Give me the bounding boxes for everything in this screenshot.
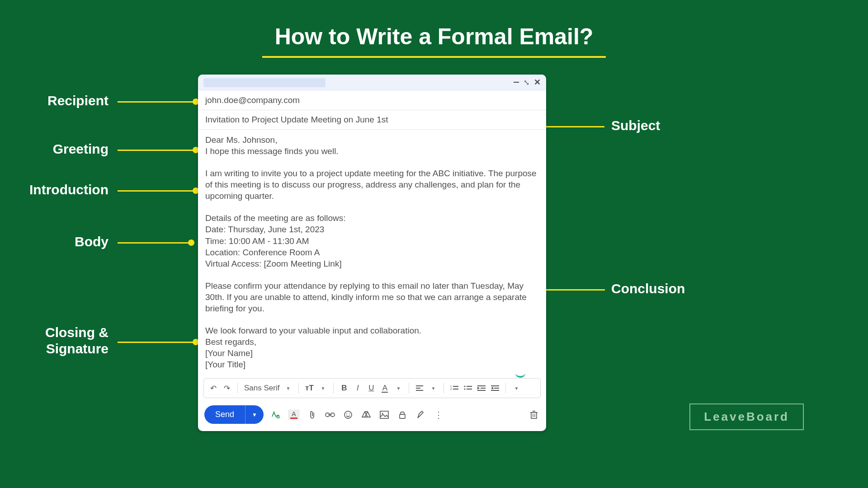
details-virtual: Virtual Access: [Zoom Meeting Link] — [205, 258, 539, 269]
conclusion-paragraph: Please confirm your attendance by replyi… — [205, 280, 539, 314]
leader-line — [118, 101, 193, 103]
label-signature: Signature — [0, 341, 108, 357]
spellcheck-icon[interactable] — [270, 409, 282, 421]
title-underline — [262, 56, 606, 58]
page-title: How to Write a Formal Email? — [0, 23, 868, 50]
svg-point-9 — [464, 389, 466, 390]
svg-text:2: 2 — [450, 388, 452, 390]
greeting-line2: I hope this message finds you well. — [205, 145, 539, 157]
font-family-caret-icon[interactable]: ▼ — [282, 382, 294, 394]
brand-logo: LeaveBoard — [689, 404, 804, 430]
indent-increase-icon[interactable] — [489, 382, 501, 394]
label-conclusion: Conclusion — [611, 281, 685, 296]
undo-icon[interactable]: ↶ — [208, 382, 219, 394]
compose-window: ⤡ ✕ john.doe@company.com Invitation to P… — [198, 75, 546, 431]
svg-marker-12 — [477, 387, 480, 389]
closing-line4: [Your Title] — [205, 359, 539, 370]
subject-field[interactable]: Invitation to Project Update Meeting on … — [198, 110, 546, 130]
label-greeting: Greeting — [0, 141, 108, 157]
header-selection — [203, 78, 326, 87]
leader-line — [118, 342, 193, 343]
image-icon[interactable] — [378, 409, 390, 421]
drive-icon[interactable] — [360, 409, 372, 421]
svg-rect-31 — [400, 414, 405, 418]
details-location: Location: Conference Room A — [205, 247, 539, 258]
font-family-select[interactable]: Sans Serif — [244, 384, 279, 393]
align-icon[interactable] — [414, 382, 425, 394]
bold-icon[interactable]: B — [338, 382, 350, 394]
details-date: Date: Thursday, June 1st, 2023 — [205, 224, 539, 235]
svg-point-23 — [344, 411, 352, 418]
email-body[interactable]: Dear Ms. Johnson, I hope this message fi… — [198, 130, 546, 378]
svg-point-7 — [464, 386, 466, 387]
leader-line — [118, 150, 193, 151]
close-icon[interactable]: ✕ — [534, 78, 541, 86]
label-body: Body — [0, 234, 108, 249]
italic-icon[interactable]: I — [352, 382, 363, 394]
recipient-field[interactable]: john.doe@company.com — [198, 91, 546, 110]
details-time: Time: 10:00 AM - 11:30 AM — [205, 235, 539, 247]
text-color-caret-icon[interactable]: ▼ — [392, 382, 404, 394]
leader-line — [542, 289, 605, 291]
label-closing: Closing & — [0, 325, 108, 340]
svg-marker-16 — [491, 387, 493, 389]
label-introduction: Introduction — [0, 182, 108, 197]
bullet-list-icon[interactable] — [462, 382, 474, 394]
send-group: Send ▼ — [204, 405, 264, 424]
more-formatting-caret-icon[interactable]: ▼ — [510, 382, 522, 394]
format-toolbar: ↶ ↷ Sans Serif ▼ тT ▼ B I U A ▼ ▼ 12 — [203, 378, 541, 398]
send-options-button[interactable]: ▼ — [245, 405, 264, 424]
signature-pen-icon[interactable] — [415, 409, 426, 421]
send-button[interactable]: Send — [204, 405, 245, 424]
align-caret-icon[interactable]: ▼ — [427, 382, 439, 394]
closing-line2: Best regards, — [205, 336, 539, 347]
leader-dot — [188, 239, 194, 246]
svg-rect-32 — [531, 413, 537, 418]
details-heading: Details of the meeting are as follows: — [205, 212, 539, 224]
font-size-caret-icon[interactable]: ▼ — [317, 382, 329, 394]
numbered-list-icon[interactable]: 12 — [448, 382, 460, 394]
link-icon[interactable] — [324, 409, 336, 421]
trash-icon[interactable] — [528, 409, 540, 421]
svg-point-25 — [349, 413, 350, 414]
text-color-icon[interactable]: A — [379, 382, 391, 394]
intro-paragraph: I am writing to invite you to a project … — [205, 168, 539, 202]
compose-header: ⤡ ✕ — [198, 75, 546, 91]
closing-line1: We look forward to your valuable input a… — [205, 325, 539, 336]
collapse-icon[interactable]: ⤡ — [524, 79, 529, 86]
closing-line3: [Your Name] — [205, 347, 539, 359]
underline-icon[interactable]: U — [365, 382, 377, 394]
label-subject: Subject — [611, 118, 660, 133]
leader-line — [118, 242, 189, 244]
greeting-line: Dear Ms. Johnson, — [205, 134, 539, 145]
redo-icon[interactable]: ↷ — [221, 382, 233, 394]
more-options-icon[interactable]: ⋮ — [433, 409, 444, 421]
text-color-button[interactable]: A — [288, 409, 300, 420]
label-recipient: Recipient — [0, 93, 108, 108]
indent-decrease-icon[interactable] — [476, 382, 487, 394]
svg-point-24 — [346, 413, 347, 414]
svg-rect-29 — [380, 411, 388, 418]
emoji-icon[interactable] — [342, 409, 354, 421]
action-bar: Send ▼ A ⋮ — [198, 404, 546, 431]
minimize-icon[interactable] — [514, 79, 519, 86]
confidential-icon[interactable] — [396, 409, 408, 421]
leader-line — [118, 190, 193, 192]
attachment-icon[interactable] — [306, 409, 318, 421]
font-size-icon[interactable]: тT — [303, 382, 315, 394]
